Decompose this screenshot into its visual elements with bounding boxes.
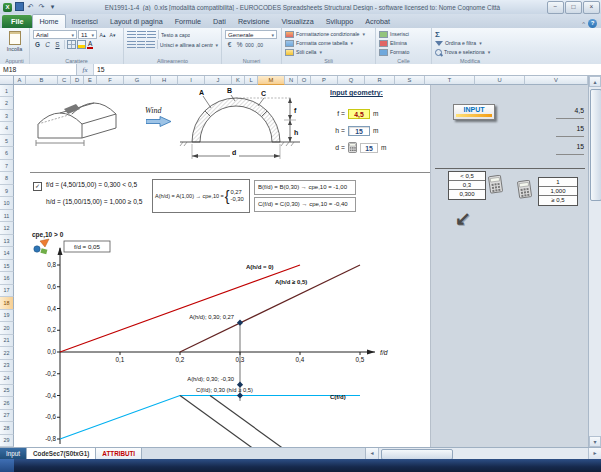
- column-header-E[interactable]: E: [84, 76, 97, 85]
- undo-button[interactable]: ↶: [26, 2, 35, 12]
- sheet-tab-input[interactable]: Input: [0, 448, 27, 459]
- delete-cells-button[interactable]: Elimina: [379, 39, 428, 47]
- align-left-icon[interactable]: [127, 41, 136, 48]
- row-header-14[interactable]: 14: [0, 247, 14, 259]
- save-button[interactable]: [15, 2, 24, 12]
- ribbon-tab-home[interactable]: Home: [32, 14, 65, 28]
- panel-value-d[interactable]: 15: [556, 143, 584, 155]
- row-header-1[interactable]: 1: [0, 85, 14, 97]
- name-box[interactable]: M18: [0, 64, 77, 75]
- column-header-U[interactable]: U: [475, 76, 525, 85]
- ribbon-tab-acrobat[interactable]: Acrobat: [359, 15, 396, 28]
- row-header-18[interactable]: 18: [0, 297, 14, 309]
- ribbon-tab-inserisci[interactable]: Inserisci: [66, 15, 104, 28]
- row-header-23[interactable]: 23: [0, 360, 14, 372]
- align-bottom-icon[interactable]: [147, 31, 156, 38]
- fd-value-cell[interactable]: 0,300: [449, 190, 485, 199]
- row-header-25[interactable]: 25: [0, 385, 14, 397]
- hd-limit-cell[interactable]: ≥ 0,5: [539, 196, 577, 205]
- row-header-12[interactable]: 12: [0, 222, 14, 234]
- row-header-11[interactable]: 11: [0, 210, 14, 222]
- row-header-4[interactable]: 4: [0, 122, 14, 134]
- scroll-left-icon[interactable]: ◂: [366, 448, 379, 459]
- column-header-C[interactable]: C: [58, 76, 71, 85]
- row-header-6[interactable]: 6: [0, 147, 14, 159]
- row-header-13[interactable]: 13: [0, 235, 14, 247]
- align-top-icon[interactable]: [127, 31, 136, 38]
- sheet-tab-codesec7-s0txg1-[interactable]: CodeSec7(S0txG1): [27, 448, 96, 459]
- number-format-select[interactable]: Generale▾: [225, 30, 277, 39]
- column-header-V[interactable]: V: [525, 76, 588, 85]
- row-header-20[interactable]: 20: [0, 322, 14, 334]
- bold-button[interactable]: G: [33, 40, 42, 49]
- column-header-D[interactable]: D: [71, 76, 84, 85]
- fd-short-cell[interactable]: 0,3: [449, 181, 485, 190]
- h-input-cell[interactable]: 15: [348, 126, 370, 136]
- f-input-cell[interactable]: 4,5: [348, 109, 370, 119]
- formula-input[interactable]: 15: [94, 64, 601, 75]
- column-header-K[interactable]: K: [232, 76, 245, 85]
- conditional-formatting-button[interactable]: Formattazione condizionale ▾: [285, 30, 372, 38]
- scroll-up-icon[interactable]: ▴: [589, 76, 601, 87]
- align-center-icon[interactable]: [137, 41, 146, 48]
- row-header-15[interactable]: 15: [0, 260, 14, 272]
- minimize-ribbon-icon[interactable]: ^: [582, 21, 585, 27]
- panel-value-f[interactable]: 4,5: [556, 107, 584, 119]
- file-tab[interactable]: File: [2, 15, 32, 28]
- vertical-scroll-thumb[interactable]: [590, 89, 601, 201]
- column-header-P[interactable]: P: [311, 76, 338, 85]
- row-header-3[interactable]: 3: [0, 110, 14, 122]
- comma-format-button[interactable]: 000: [245, 40, 254, 49]
- column-header-I[interactable]: I: [178, 76, 205, 85]
- panel-value-h[interactable]: 15: [556, 125, 584, 137]
- column-header-L[interactable]: L: [245, 76, 258, 85]
- wrap-text-button[interactable]: Testo a capo: [161, 32, 190, 38]
- column-header-R[interactable]: R: [365, 76, 395, 85]
- format-cells-button[interactable]: Formato: [379, 48, 428, 56]
- input-button[interactable]: INPUT: [453, 104, 495, 120]
- autosum-button[interactable]: Σ: [435, 30, 505, 38]
- d-input-cell[interactable]: 15: [360, 143, 378, 153]
- merge-center-button[interactable]: Unisci e allinea al centro: [160, 42, 214, 48]
- percent-format-button[interactable]: %: [235, 40, 244, 49]
- fill-color-icon[interactable]: [77, 40, 86, 49]
- align-right-icon[interactable]: [146, 41, 155, 48]
- redo-button[interactable]: ↷: [37, 2, 46, 12]
- scroll-down-icon[interactable]: ▾: [589, 436, 601, 447]
- column-header-B[interactable]: B: [26, 76, 58, 85]
- row-header-19[interactable]: 19: [0, 310, 14, 322]
- column-header-A[interactable]: A: [14, 76, 26, 85]
- column-header-G[interactable]: G: [124, 76, 151, 85]
- column-header-T[interactable]: T: [425, 76, 475, 85]
- grow-font-button[interactable]: A▴: [98, 30, 107, 39]
- italic-button[interactable]: C: [43, 40, 52, 49]
- row-header-24[interactable]: 24: [0, 372, 14, 384]
- row-header-7[interactable]: 7: [0, 160, 14, 172]
- font-name-select[interactable]: Arial▾: [33, 30, 77, 39]
- check-box-icon[interactable]: ✓: [33, 182, 42, 191]
- find-select-button[interactable]: Trova e seleziona ▾: [435, 48, 505, 56]
- row-header-17[interactable]: 17: [0, 285, 14, 297]
- font-size-select[interactable]: 11▾: [78, 30, 97, 39]
- row-header-26[interactable]: 26: [0, 397, 14, 409]
- column-header-H[interactable]: H: [151, 76, 178, 85]
- ribbon-tab-layout-di-pagina[interactable]: Layout di pagina: [104, 15, 169, 28]
- ribbon-tab-formule[interactable]: Formule: [169, 15, 207, 28]
- decimal-format-button[interactable]: ,00: [255, 40, 264, 49]
- row-header-29[interactable]: 29: [0, 435, 14, 447]
- taskbar[interactable]: [0, 459, 601, 472]
- row-header-2[interactable]: 2: [0, 97, 14, 109]
- row-header-10[interactable]: 10: [0, 197, 14, 209]
- qat-dropdown-icon[interactable]: ▾: [48, 2, 57, 12]
- insert-cells-button[interactable]: Inserisci: [379, 30, 428, 38]
- font-color-icon[interactable]: A: [87, 40, 93, 49]
- row-header-16[interactable]: 16: [0, 272, 14, 284]
- sheet-tab-attributi[interactable]: ATTRIBUTI: [96, 448, 142, 459]
- row-header-21[interactable]: 21: [0, 335, 14, 347]
- column-header-F[interactable]: F: [97, 76, 124, 85]
- row-header-27[interactable]: 27: [0, 410, 14, 422]
- horizontal-scrollbar[interactable]: ◂ ▸: [365, 448, 601, 459]
- row-header-5[interactable]: 5: [0, 135, 14, 147]
- row-header-9[interactable]: 9: [0, 185, 14, 197]
- underline-button[interactable]: S: [53, 40, 62, 49]
